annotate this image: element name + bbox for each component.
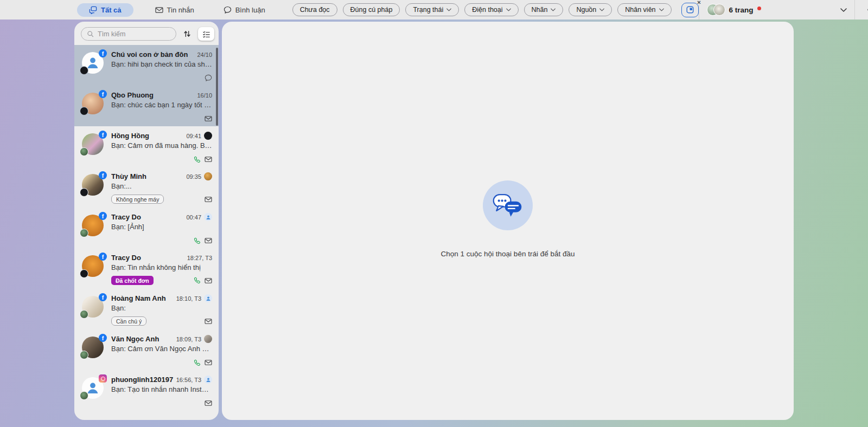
conversation-item[interactable]: phuonglinh120197 16:56, T3 Bạn: Tạo tin … [74, 370, 219, 411]
avatar: f [82, 172, 106, 197]
avatar: f [82, 91, 106, 116]
tab-messages-label: Tin nhắn [167, 6, 194, 14]
conversation-item[interactable]: f Hồng Hồng 09:41 Bạn: Cảm ơn đã mua hàn… [74, 126, 219, 167]
avatar: f [82, 254, 106, 279]
conversation-label: Đã chốt đơn [111, 276, 154, 285]
avatar: f [82, 50, 106, 75]
message-preview: Bạn: [Ảnh] [111, 223, 212, 231]
page-avatar [80, 351, 88, 359]
envelope-icon [205, 359, 212, 366]
top-toolbar: Tất cả Tin nhắn Bình luận Chưa đọc Đúng … [0, 0, 868, 20]
envelope-icon [205, 237, 212, 244]
filter-staff[interactable]: Nhân viên [617, 3, 671, 16]
conversation-name: Tracy Do [111, 213, 183, 221]
filter-unread[interactable]: Chưa đọc [292, 3, 337, 16]
conversation-item[interactable]: f Thùy Minh 09:35 Bạn:... Không nghe máy [74, 167, 219, 208]
message-preview: Bạn: Tin nhắn không hiển thị [111, 263, 212, 271]
envelope-icon [205, 115, 212, 122]
page-avatar [80, 269, 88, 278]
timestamp: 16/10 [197, 92, 212, 99]
task-list-icon [202, 30, 210, 38]
search-input[interactable] [98, 30, 170, 38]
person-icon [206, 215, 211, 220]
conversation-name: Tracy Do [111, 254, 184, 262]
conversation-item[interactable]: f Qbo Phuong 16/10 Bạn: chúc các bạn 1 n… [74, 86, 219, 126]
facebook-badge-icon: f [99, 49, 107, 57]
chevron-down-icon [446, 8, 451, 11]
sort-button[interactable] [180, 27, 194, 41]
notification-dot [757, 7, 761, 10]
page-avatar [80, 66, 88, 75]
sidebar-header [74, 22, 219, 45]
facebook-badge-icon: f [99, 171, 107, 179]
message-preview: Bạn: hihi bạn check tin của shop nhé [111, 60, 212, 68]
conversation-item[interactable]: f Hoàng Nam Anh 18:10, T3 Bạn: Cần chú ý [74, 289, 219, 329]
list-view-button[interactable] [198, 27, 214, 41]
filter-bar: Chưa đọc Đúng cú pháp Trạng thái Điện th… [292, 3, 699, 17]
page-selector[interactable]: 6 trang [699, 0, 854, 20]
timestamp: 18:09, T3 [176, 336, 201, 342]
conversation-name: Hồng Hồng [111, 132, 183, 140]
tab-all[interactable]: Tất cả [77, 3, 133, 17]
conversation-item[interactable]: f Văn Ngọc Anh 18:09, T3 Bạn: Cảm ơn Văn… [74, 329, 219, 370]
phone-icon [194, 237, 201, 244]
conversation-name: Chú voi con ở bản đôn [111, 50, 194, 59]
facebook-badge-icon: f [99, 90, 107, 98]
chat-bubbles-icon [89, 6, 97, 14]
timestamp: 18:10, T3 [176, 295, 201, 302]
conversation-name: Thùy Minh [111, 172, 183, 180]
timestamp: 16:56, T3 [176, 377, 201, 383]
filter-source[interactable]: Nguồn [569, 3, 612, 16]
saved-filter-button[interactable]: ✕ [681, 3, 699, 17]
conversation-item[interactable]: f Tracy Do 00:47 Bạn: [Ảnh] [74, 208, 219, 248]
empty-state-circle [483, 180, 533, 230]
message-preview: Bạn:... [111, 182, 212, 190]
timestamp: 09:41 [186, 133, 201, 139]
more-menu-button[interactable] [855, 0, 868, 20]
channel-tabs: Tất cả Tin nhắn Bình luận [77, 3, 273, 17]
conversation-item[interactable]: f Chú voi con ở bản đôn 24/10 Bạn: hihi … [74, 45, 219, 86]
page-selector-label: 6 trang [729, 6, 754, 14]
timestamp: 18:27, T3 [187, 255, 212, 261]
filter-status[interactable]: Trạng thái [405, 3, 459, 16]
page-avatar [80, 229, 88, 237]
tab-messages[interactable]: Tin nhắn [148, 3, 202, 17]
tab-comments[interactable]: Bình luận [216, 3, 273, 17]
facebook-badge-icon: f [99, 253, 107, 261]
instagram-badge-icon [99, 374, 107, 383]
conversation-item[interactable]: f Tracy Do 18:27, T3 Bạn: Tin nhắn không… [74, 248, 219, 289]
filter-label[interactable]: Nhãn [524, 3, 564, 16]
assignee-avatar [204, 294, 212, 302]
filter-label: Điện thoại [472, 6, 502, 14]
close-icon[interactable]: ✕ [695, 0, 702, 7]
envelope-icon [205, 318, 212, 325]
conversation-name: Qbo Phuong [111, 91, 194, 99]
page-avatars [707, 4, 725, 16]
envelope-icon [205, 156, 212, 163]
assignee-avatar [204, 376, 212, 384]
facebook-badge-icon: f [99, 212, 107, 220]
timestamp: 24/10 [197, 51, 212, 58]
phone-icon [194, 156, 201, 163]
page-avatar [80, 391, 88, 400]
filter-label: Trạng thái [413, 6, 443, 14]
chat-bubbles-illustration-icon [492, 191, 524, 219]
conversation-name: phuonglinh120197 [111, 376, 174, 384]
conversation-name: Hoàng Nam Anh [111, 294, 174, 302]
avatar: f [82, 132, 106, 157]
filter-label: Chưa đọc [300, 6, 330, 14]
envelope-icon [205, 196, 212, 203]
envelope-icon [205, 277, 212, 284]
facebook-badge-icon: f [99, 334, 107, 342]
tab-all-label: Tất cả [101, 6, 122, 14]
conversation-panel: Chọn 1 cuộc hội thoại bên trái để bắt đầ… [222, 22, 794, 420]
filter-phone[interactable]: Điện thoại [464, 3, 518, 16]
filter-label: Nguồn [576, 6, 596, 14]
filter-label: Đúng cú pháp [350, 6, 393, 14]
phone-icon [194, 359, 201, 366]
conversation-list: f Chú voi con ở bản đôn 24/10 Bạn: hihi … [74, 45, 219, 411]
filter-correct-syntax[interactable]: Đúng cú pháp [343, 3, 400, 16]
search-icon [87, 30, 94, 37]
sidebar-scrollbar[interactable] [216, 48, 218, 126]
person-icon [206, 296, 211, 301]
